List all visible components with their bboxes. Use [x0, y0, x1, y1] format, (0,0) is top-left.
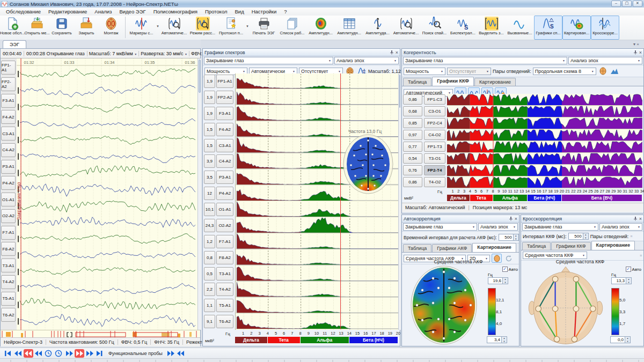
menu-item-3[interactable]: Видео ЭЭГ: [115, 8, 149, 15]
spectra-channel-F3-A1[interactable]: F3-A1: [216, 107, 233, 120]
maximize-button[interactable]: ▢: [622, 1, 632, 7]
eeg-channel-label-FP2-A2[interactable]: FP2-A2: [1, 77, 16, 91]
timeline-strip[interactable]: [0, 358, 644, 362]
spectra-channel-P3-A1[interactable]: P3-A1: [216, 171, 233, 184]
crosscorr-metric-combo[interactable]: Средняя частота ККФ▼: [523, 252, 587, 259]
rewind2-button[interactable]: [34, 349, 43, 358]
dropdown-arrow-icon[interactable]: ▼: [156, 16, 160, 37]
toolbar-button-6[interactable]: Автоматиче...: [160, 16, 188, 40]
spectra-channel-C3-A1[interactable]: C3-A1: [216, 139, 233, 152]
rewind-fast-button[interactable]: [24, 349, 33, 358]
auto-checkbox[interactable]: ✓: [626, 267, 631, 272]
menu-item-1[interactable]: Редактирование: [45, 8, 91, 15]
spectra-mode-combo[interactable]: Анализ эпох▼: [334, 57, 399, 64]
spectra-channel-FP2-A2[interactable]: FP2-A2: [216, 91, 233, 104]
coherence-panel-title[interactable]: Когерентность ×: [402, 49, 643, 56]
toolbar-button-16[interactable]: SБиспектрал...: [449, 16, 477, 40]
eeg-channel-label-F8-A2[interactable]: F8-A2: [1, 242, 16, 256]
prev-test-button[interactable]: [176, 349, 186, 358]
coherence-pair-C4-O2[interactable]: C4-O2: [424, 130, 445, 140]
eeg-channel-label-O2-A2[interactable]: O2-A2: [1, 209, 16, 223]
close-button[interactable]: ✕: [633, 1, 642, 7]
toolbar-button-5[interactable]: Маркеры с...: [127, 16, 156, 40]
toolbar-button-0[interactable]: Новое обсл...: [0, 16, 25, 40]
tab-Графики ККФ[interactable]: Графики ККФ: [432, 77, 474, 86]
spectra-channel-F4-A2[interactable]: F4-A2: [216, 123, 233, 136]
eeg-channel-label-T3-A1[interactable]: T3-A1: [1, 258, 16, 272]
toolbar-button-17[interactable]: Выделить з...: [477, 16, 506, 40]
coherence-scheme-combo[interactable]: Продольная схема 8▼: [533, 68, 596, 75]
tab-Графики ККФ[interactable]: Графики ККФ: [551, 242, 590, 250]
eeg-sweep-combo[interactable]: Развертка: 30 мм/с ▼: [139, 51, 189, 56]
toolbar-button-13[interactable]: Амплитуда...: [363, 16, 392, 40]
autocorr-event-combo[interactable]: Закрывание глаз▼: [403, 223, 477, 231]
close-panel-icon[interactable]: ×: [515, 216, 517, 221]
tab-Картирование[interactable]: Картирование: [591, 241, 635, 250]
autocorr-interval-spinner[interactable]: 500▲▼: [499, 234, 519, 241]
forward-button[interactable]: [64, 349, 74, 358]
toolbar-button-4[interactable]: Монтаж: [99, 16, 123, 40]
spectra-event-combo[interactable]: Закрывание глаз▼: [204, 57, 333, 64]
dropdown-arrow-icon[interactable]: ▼: [245, 16, 250, 37]
toolbar-button-19[interactable]: SГрафики сп...: [534, 16, 562, 40]
rewind-button[interactable]: [13, 349, 23, 358]
tab-Таблица[interactable]: Таблица: [403, 244, 431, 252]
menu-item-7[interactable]: Настройки: [248, 8, 281, 15]
spectra-plot-area[interactable]: [235, 73, 399, 330]
spectra-channel-T3-A1[interactable]: T3-A1: [216, 267, 233, 280]
tab-Картирование[interactable]: Картирование: [474, 78, 516, 86]
toolbar-button-18[interactable]: Вызванные...: [506, 16, 534, 40]
eeg-channel-label-C4-A2[interactable]: C4-A2: [1, 143, 16, 157]
crosscorr-interval-spinner[interactable]: 500▲▼: [568, 233, 589, 240]
spectra-scrollbar[interactable]: [398, 73, 401, 330]
tab-Картирование[interactable]: Картирование: [472, 243, 516, 252]
eeg-channel-label-P4-A2[interactable]: P4-A2: [1, 176, 16, 190]
spectra-channel-T5-A1[interactable]: T5-A1: [216, 299, 233, 312]
spectra-channel-O2-A2[interactable]: O2-A2: [216, 219, 233, 232]
autocorr-max-spinner[interactable]: 19,6▲▼: [488, 277, 518, 284]
eeg-overview-strip[interactable]: [1, 330, 200, 338]
eeg-channel-label-C3-A1[interactable]: C3-A1: [1, 127, 16, 141]
tab-eeg[interactable]: ЭЭГ: [3, 40, 26, 49]
coherence-pair-FP1-T3[interactable]: FP1-T3: [424, 142, 445, 152]
autocorr-mode-combo[interactable]: Анализ эпох▼: [478, 223, 518, 231]
crosscorr-max-spinner[interactable]: 13,3▲▼: [611, 277, 641, 284]
spectra-panel-title[interactable]: Графики спектров ×: [203, 49, 400, 56]
coherence-pair-FP1-C3[interactable]: FP1-C3: [424, 94, 445, 105]
toolbar-button-12[interactable]: Амплитудн...: [335, 16, 363, 40]
coherence-smoothing-combo[interactable]: Отсутствует▼: [447, 68, 491, 75]
eeg-channel-label-F3-A1[interactable]: F3-A1: [1, 94, 16, 108]
tab-Графики АКФ[interactable]: Графики АКФ: [432, 244, 472, 252]
autocorr-panel-title[interactable]: Автокорреляция ×: [402, 215, 519, 223]
crosscorr-mode-combo[interactable]: Анализ эпох▼: [599, 223, 642, 231]
skip-start-button[interactable]: [3, 349, 13, 358]
toolbar-button-20[interactable]: Картирован...: [562, 16, 591, 40]
coherence-pair-C3-O1[interactable]: C3-O1: [424, 106, 445, 116]
coherence-pair-FP2-C4[interactable]: FP2-C4: [424, 118, 445, 128]
eeg-trace-area[interactable]: 01:3201:3301:3401:3501:36: [17, 58, 197, 330]
spectra-channel-T6-A2[interactable]: T6-A2: [216, 315, 233, 328]
eeg-channel-label-F4-A2[interactable]: F4-A2: [1, 110, 16, 124]
spectra-channel-C4-A2[interactable]: C4-A2: [216, 154, 233, 168]
head-map-icon[interactable]: [598, 67, 608, 76]
coherence-event-combo[interactable]: Закрывание глаз▼: [403, 57, 567, 64]
close-panel-icon[interactable]: ×: [639, 50, 642, 55]
crosscorr-panel-title[interactable]: Кросскорреляция ×: [521, 215, 643, 223]
forward2-button[interactable]: [85, 349, 94, 358]
crosscorr-min-spinner[interactable]: 0,0▲▼: [610, 336, 631, 343]
coherence-pair-T3-O1[interactable]: T3-O1: [424, 153, 445, 164]
toolbar-button-3[interactable]: Закрыть: [74, 16, 99, 40]
minimize-button[interactable]: –: [611, 1, 621, 7]
menu-item-8[interactable]: ?: [280, 8, 290, 15]
close-panel-icon[interactable]: ×: [639, 216, 642, 221]
spectra-channel-T4-A2[interactable]: T4-A2: [216, 283, 233, 296]
spectra-channel-O1-A1[interactable]: O1-A1: [216, 203, 233, 216]
toolbar-button-7[interactable]: Режим расс...: [188, 16, 217, 40]
tab-Таблица[interactable]: Таблица: [522, 242, 551, 250]
timer2-button[interactable]: [54, 349, 64, 358]
forward-fast-button[interactable]: [75, 349, 84, 358]
toolbar-button-10[interactable]: Список раб...: [278, 16, 306, 40]
spectra-marker-line[interactable]: [340, 73, 341, 329]
spectra-channel-FP1-A1[interactable]: FP1-A1: [216, 75, 233, 88]
skip-end-button[interactable]: [95, 349, 105, 358]
